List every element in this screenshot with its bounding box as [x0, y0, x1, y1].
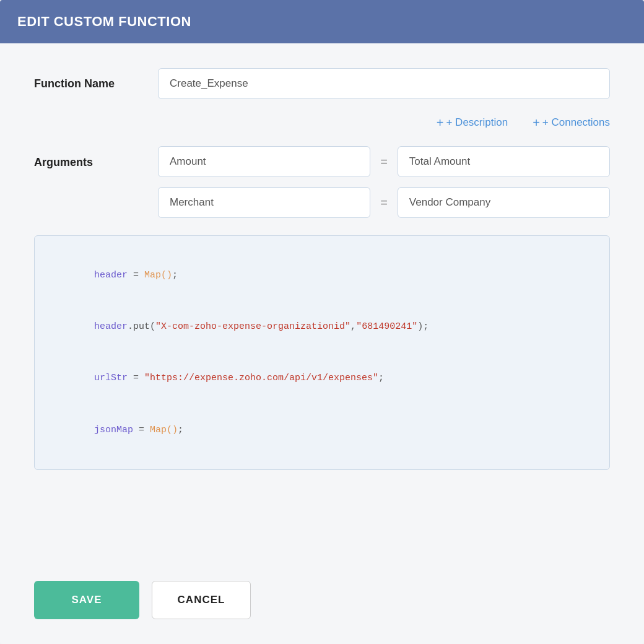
- argument-row-1: =: [158, 146, 610, 177]
- code-line-3: urlStr = "https://expense.zoho.com/api/v…: [50, 353, 594, 404]
- description-link[interactable]: + + Description: [437, 116, 508, 129]
- arg-name-input-1[interactable]: [158, 146, 370, 177]
- code-editor[interactable]: header = Map(); header.put("X-com-zoho-e…: [34, 235, 610, 470]
- connections-link[interactable]: + + Connections: [533, 116, 610, 129]
- function-name-label: Function Name: [34, 77, 146, 90]
- code-line-1: header = Map();: [50, 250, 594, 301]
- modal-container: EDIT CUSTOM FUNCTION Function Name + + D…: [0, 0, 644, 644]
- modal-footer: SAVE CANCEL: [0, 568, 644, 644]
- arg-value-input-2[interactable]: [398, 187, 610, 218]
- function-name-row: Function Name: [34, 68, 610, 99]
- equals-sign-2: =: [380, 196, 388, 210]
- arg-name-input-2[interactable]: [158, 187, 370, 218]
- cancel-button[interactable]: CANCEL: [152, 581, 251, 619]
- links-row: + + Description + + Connections: [34, 116, 610, 129]
- equals-sign-1: =: [380, 155, 388, 169]
- modal-body: Function Name + + Description + + Connec…: [0, 43, 644, 568]
- function-name-input[interactable]: [158, 68, 610, 99]
- code-line-2: header.put("X-com-zoho-expense-organizat…: [50, 301, 594, 352]
- arguments-label: Arguments: [34, 146, 146, 169]
- save-button[interactable]: SAVE: [34, 581, 139, 619]
- modal-header: EDIT CUSTOM FUNCTION: [0, 0, 644, 43]
- arg-value-input-1[interactable]: [398, 146, 610, 177]
- modal-title: EDIT CUSTOM FUNCTION: [17, 14, 627, 30]
- arguments-section: Arguments = =: [34, 146, 610, 218]
- description-link-label: + Description: [446, 116, 508, 129]
- connections-plus-icon: +: [533, 116, 540, 129]
- argument-row-2: =: [158, 187, 610, 218]
- description-plus-icon: +: [437, 116, 444, 129]
- code-line-4: jsonMap = Map();: [50, 404, 594, 456]
- arguments-fields: = =: [158, 146, 610, 218]
- connections-link-label: + Connections: [542, 116, 610, 129]
